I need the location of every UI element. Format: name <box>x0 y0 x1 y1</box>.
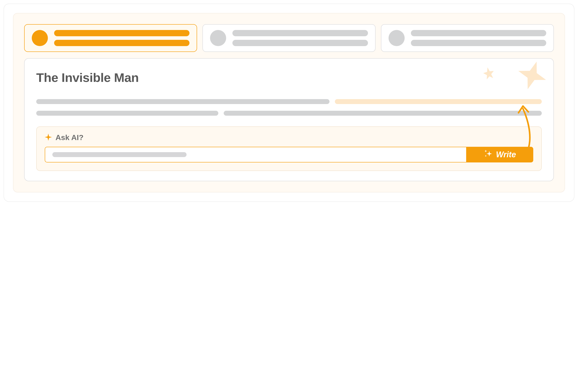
skeleton-bar <box>232 40 368 46</box>
ask-ai-label: Ask AI? <box>55 133 83 142</box>
tab-text-placeholder <box>411 30 546 46</box>
skeleton-bar <box>36 111 218 116</box>
ask-ai-panel: Ask AI? Write <box>36 126 542 171</box>
skeleton-bar <box>224 111 542 116</box>
tab-avatar-placeholder <box>388 30 405 46</box>
ai-highlight-segment <box>335 99 542 104</box>
skeleton-bar <box>54 30 190 36</box>
tab-text-placeholder <box>54 30 190 46</box>
document-title: The Invisible Man <box>36 70 542 85</box>
text-row <box>36 111 542 116</box>
skeleton-bar <box>411 40 546 46</box>
text-row <box>36 99 542 104</box>
inner-frame: The Invisible Man <box>13 13 565 193</box>
write-button[interactable]: Write <box>466 147 533 162</box>
sparkle-decoration-icon <box>482 67 495 81</box>
skeleton-bar <box>411 30 546 36</box>
skeleton-bar <box>232 30 368 36</box>
tab-avatar-placeholder <box>32 30 48 46</box>
tab-card-2[interactable] <box>202 24 375 52</box>
tab-card-1[interactable] <box>24 24 197 52</box>
ask-ai-input-row: Write <box>45 147 533 162</box>
write-button-label: Write <box>496 150 516 159</box>
tab-card-3[interactable] <box>381 24 554 52</box>
tab-text-placeholder <box>232 30 368 46</box>
outer-frame: The Invisible Man <box>3 3 575 202</box>
skeleton-bar <box>36 99 330 104</box>
sparkle-decoration-icon <box>518 61 547 91</box>
sparkle-icon <box>45 134 52 142</box>
sparkles-icon <box>483 149 493 160</box>
tabs-row <box>24 24 554 52</box>
document-body-placeholder <box>36 99 542 116</box>
tab-avatar-placeholder <box>210 30 226 46</box>
content-panel: The Invisible Man <box>24 58 554 181</box>
ask-ai-header: Ask AI? <box>45 133 533 142</box>
input-placeholder-bar <box>52 152 187 157</box>
ask-ai-input[interactable] <box>45 147 466 162</box>
skeleton-bar <box>54 40 190 46</box>
